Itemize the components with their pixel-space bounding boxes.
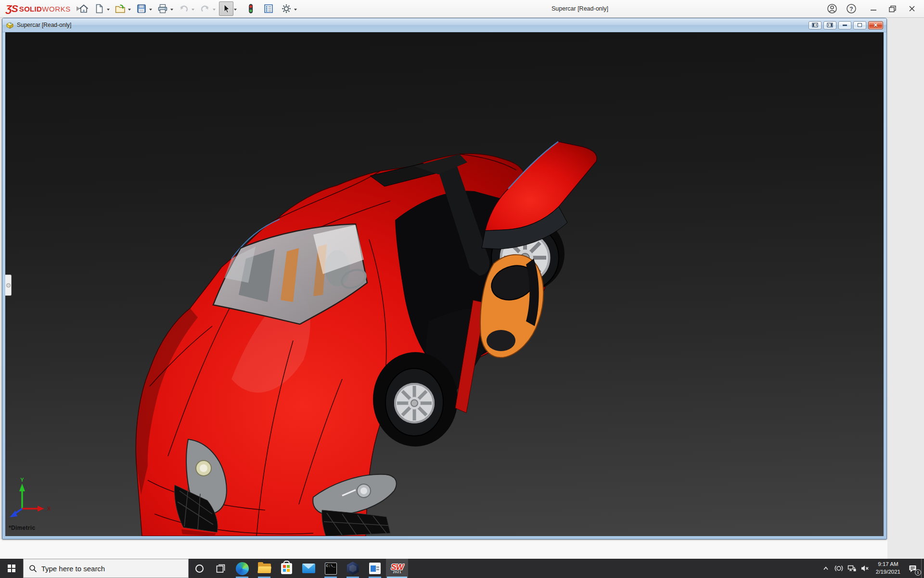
app-titlebar: ƷS SOLID WORKS xyxy=(0,0,924,18)
minimize-icon xyxy=(870,5,877,13)
viewport-3d[interactable]: Y X *Dimetric xyxy=(5,32,884,536)
doc-restore-icon xyxy=(858,23,862,27)
microsoft-store-icon xyxy=(281,563,292,574)
properties-list-icon xyxy=(263,3,274,14)
select-tool-dropdown[interactable] xyxy=(234,9,237,12)
tray-volume-button[interactable] xyxy=(859,559,872,578)
task-view-button[interactable] xyxy=(210,559,231,578)
solidworks-logo-light: WORKS xyxy=(42,5,71,13)
home-icon xyxy=(78,3,89,14)
search-icon xyxy=(29,565,37,573)
chevron-up-icon xyxy=(822,565,829,572)
restore-icon xyxy=(888,5,897,13)
clock-time: 9:17 AM xyxy=(876,561,900,568)
undo-dropdown[interactable] xyxy=(192,9,194,12)
taskbar-app-file-explorer[interactable] xyxy=(253,559,275,578)
window-title: Supercar [Read-only] xyxy=(552,5,608,12)
taskbar-app-mail[interactable] xyxy=(297,559,320,578)
pane-left-button[interactable] xyxy=(808,21,821,29)
settings-dropdown[interactable] xyxy=(294,9,297,12)
restore-button[interactable] xyxy=(886,2,900,15)
save-icon xyxy=(136,3,147,14)
file-explorer-icon xyxy=(258,564,271,573)
edge-icon xyxy=(236,562,249,575)
select-cursor-icon xyxy=(221,3,231,14)
open-button[interactable] xyxy=(113,1,128,16)
assembly-document-icon xyxy=(6,21,14,29)
document-window: Supercar [Read-only] xyxy=(2,18,887,539)
taskbar-app-dev-hub[interactable] xyxy=(342,559,364,578)
view-orientation-label: *Dimetric xyxy=(9,525,35,531)
solidworks-logo: ƷS SOLID WORKS xyxy=(6,0,82,17)
volume-muted-icon xyxy=(860,565,869,572)
home-button[interactable] xyxy=(77,1,91,16)
tray-meet-now-button[interactable] xyxy=(833,559,846,578)
new-document-button[interactable] xyxy=(92,1,106,16)
featuremanager-collapsed-tab[interactable] xyxy=(5,275,12,296)
redo-dropdown[interactable] xyxy=(213,9,216,12)
properties-button[interactable] xyxy=(261,1,276,16)
document-close-button[interactable]: ✕ xyxy=(868,21,883,29)
taskbar-app-desktop-app[interactable] xyxy=(364,559,386,578)
taskbar-app-command-prompt[interactable]: C:\_ xyxy=(320,559,342,578)
front-wheel xyxy=(373,352,458,447)
account-icon xyxy=(827,3,837,14)
solidworks-2021-icon: SW 2021 xyxy=(391,563,403,574)
save-dropdown[interactable] xyxy=(149,9,152,12)
help-icon: ? xyxy=(846,3,857,14)
document-frame: Y X *Dimetric xyxy=(2,32,886,539)
solidworks-logo-glyph: ƷS xyxy=(6,3,18,14)
show-desktop-button[interactable] xyxy=(921,559,924,578)
dev-hub-icon xyxy=(347,562,359,575)
desktop-app-icon xyxy=(369,563,381,574)
indicator-lights-button[interactable] xyxy=(244,1,258,16)
taskbar-app-solidworks[interactable]: SW 2021 xyxy=(386,559,408,578)
new-document-dropdown[interactable] xyxy=(107,9,110,12)
undo-icon xyxy=(179,3,189,14)
taskbar-app-edge[interactable] xyxy=(231,559,253,578)
search-input[interactable] xyxy=(41,565,183,573)
minimize-button[interactable] xyxy=(866,2,881,15)
tray-chevron-button[interactable] xyxy=(820,559,833,578)
undo-button[interactable] xyxy=(177,1,191,16)
close-button[interactable] xyxy=(905,2,919,15)
document-window-controls: ✕ xyxy=(808,21,883,29)
open-dropdown[interactable] xyxy=(128,9,131,12)
action-center-button[interactable]: 1 xyxy=(905,559,921,578)
close-icon xyxy=(908,5,916,13)
notification-badge: 1 xyxy=(915,569,921,576)
indicator-lights-icon xyxy=(245,3,256,14)
redo-button[interactable] xyxy=(198,1,212,16)
solidworks-logo-bold: SOLID xyxy=(19,5,42,13)
taskbar: C:\_ SW 2021 xyxy=(0,559,924,578)
tray-clock[interactable]: 9:17 AM 2/19/2021 xyxy=(872,561,905,576)
windows-logo-icon xyxy=(8,565,15,572)
help-button[interactable]: ? xyxy=(844,2,859,15)
cortana-button[interactable] xyxy=(189,559,210,578)
taskbar-search[interactable] xyxy=(23,559,189,578)
clock-date: 2/19/2021 xyxy=(876,568,900,576)
print-button[interactable] xyxy=(155,1,170,16)
print-icon xyxy=(157,3,168,14)
taskbar-app-store[interactable] xyxy=(275,559,297,578)
account-button[interactable] xyxy=(825,2,839,15)
tray-network-button[interactable] xyxy=(846,559,859,578)
select-tool-button[interactable] xyxy=(219,1,233,16)
desktop: ƷS SOLID WORKS xyxy=(0,0,924,578)
meet-now-icon xyxy=(834,565,843,572)
new-document-icon xyxy=(94,3,104,14)
cortana-icon xyxy=(195,565,204,573)
pane-right-icon xyxy=(827,23,833,27)
pane-right-button[interactable] xyxy=(823,21,836,29)
document-minimize-button[interactable] xyxy=(838,21,851,29)
command-prompt-icon: C:\_ xyxy=(325,563,337,575)
redo-icon xyxy=(200,3,210,14)
svg-text:?: ? xyxy=(849,6,853,13)
save-button[interactable] xyxy=(134,1,149,16)
print-dropdown[interactable] xyxy=(170,9,173,12)
open-icon xyxy=(115,3,126,14)
document-titlebar[interactable]: Supercar [Read-only] xyxy=(2,18,886,32)
document-restore-button[interactable] xyxy=(853,21,866,29)
settings-button[interactable] xyxy=(279,1,294,16)
start-button[interactable] xyxy=(0,559,23,578)
